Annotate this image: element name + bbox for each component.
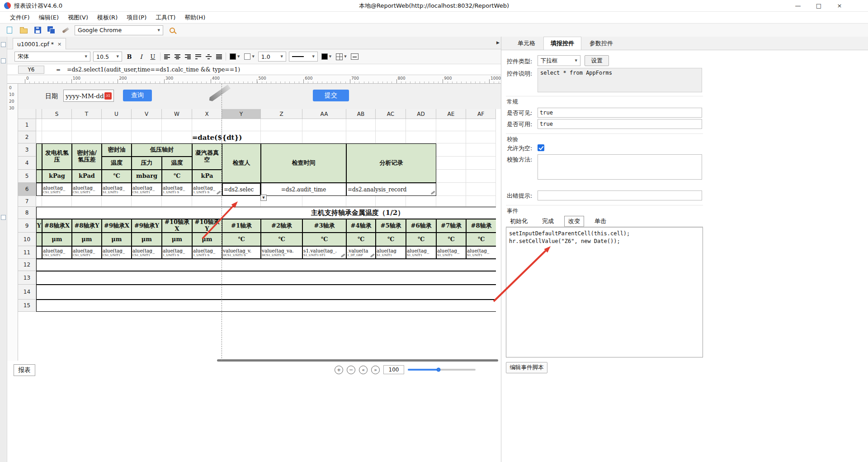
grid-cell-Y6[interactable]: =ds2.selec [222,183,261,196]
grid-cell[interactable] [222,119,261,131]
event-tab[interactable]: 完成 [538,216,558,227]
align-center-button[interactable] [174,54,181,60]
grid-cell-SL6[interactable] [36,183,42,196]
grid-cell-W4[interactable]: 温度 [162,157,192,170]
grid-cell-X10[interactable]: μm [192,233,222,246]
grid-cell[interactable] [102,196,132,207]
grid-cell[interactable] [72,196,102,207]
row-header[interactable]: 1 [18,119,36,131]
grid-cell[interactable] [436,183,466,196]
font-color-picker[interactable]: ▼ [229,52,241,61]
grid-cell-AF9[interactable]: #8轴承 [466,219,496,233]
row-header[interactable]: 6 [18,183,36,196]
grid-cell-U6[interactable]: alue(tag_S1_UNIT1· [102,183,132,196]
grid-cell-V5[interactable]: mbarg [132,170,162,183]
grid-cell-W5[interactable]: ℃ [162,170,192,183]
maximize-button[interactable]: □ [808,0,829,11]
row-header[interactable]: 13 [18,271,36,285]
grid-cell-V3[interactable]: 低压轴封 [132,143,192,157]
border-color-picker[interactable]: ▼ [321,52,332,61]
align-justify-button[interactable] [215,54,223,60]
grid-cell[interactable] [466,143,496,157]
cell-name-box[interactable]: Y6 [18,66,44,74]
grid-cell[interactable] [406,131,436,143]
nav-first-button[interactable]: « [359,366,368,374]
submit-button[interactable]: 提交 [313,90,349,101]
grid-cell[interactable] [436,170,466,183]
grid-cell-AC9[interactable]: #5轴承 [376,219,406,233]
grid-cell-AB9[interactable]: #4轴承 [346,219,376,233]
row-header[interactable]: 14 [18,285,36,300]
grid-cell-SL11[interactable] [36,246,42,259]
grid-cell-V2[interactable]: =date(${dt}) [132,131,302,143]
row-header[interactable]: 15 [18,300,36,312]
cell-dropdown-button[interactable]: ▼ [260,195,267,201]
close-button[interactable]: × [829,0,850,11]
grid-cell[interactable] [466,119,496,131]
grid-cell[interactable] [261,119,302,131]
grid-cell[interactable] [406,119,436,131]
grid-cell-SL3[interactable] [36,143,42,170]
grid-cell-T9[interactable]: #8轴承Y [72,219,102,233]
column-header[interactable]: AD [406,109,436,119]
grid-cell-Z6[interactable]: =ds2.audit_time [261,183,346,196]
column-header[interactable]: AC [376,109,406,119]
grid-cell-U11[interactable]: alue(tag_CS1_UNIT1 [102,246,132,259]
settings-button[interactable]: 设置 [585,55,609,66]
menu-item[interactable]: 文件(F) [5,12,34,23]
grid-cell-Y10[interactable]: ℃ [222,233,261,246]
grid-cell-AE9[interactable]: #7轴承 [436,219,466,233]
grid-cell[interactable] [436,196,466,207]
menu-item[interactable]: 模板(R) [93,12,122,23]
grid-cell[interactable] [302,131,346,143]
grid-cell-SL8[interactable]: 主机支持轴承金属温度（1/2） [36,207,496,219]
align-right-button[interactable] [184,54,192,60]
nav-last-button[interactable]: » [371,366,380,374]
zoom-slider-handle[interactable] [436,368,440,372]
column-header[interactable]: Y [222,109,261,119]
grid-cell[interactable] [36,131,42,143]
grid-cell-T11[interactable]: alue(tag_CS1_UNIT1 [72,246,102,259]
grid-cell[interactable] [436,143,466,157]
enabled-input[interactable] [538,119,702,129]
new-file-button[interactable] [5,25,14,35]
zoom-in-button[interactable]: + [335,366,343,374]
grid-cell[interactable] [132,196,162,207]
bold-button[interactable]: B [125,52,134,61]
grid-cell-SL15[interactable] [36,300,496,312]
grid-cell-AD9[interactable]: #6轴承 [406,219,436,233]
grid-cell-S9[interactable]: #8轴承X [42,219,72,233]
grid-cell-W10[interactable]: μm [162,233,192,246]
grid-cell-AE10[interactable]: ℃ [436,233,466,246]
column-header[interactable]: W [162,109,192,119]
grid-cell[interactable] [132,119,162,131]
grid-cell-AA9[interactable]: #3轴承 [302,219,346,233]
grid-cell-SL12[interactable] [36,259,496,271]
grid-cell-AD10[interactable]: ℃ [406,233,436,246]
grid-cell-Z10[interactable]: ℃ [261,233,302,246]
menu-item[interactable]: 帮助(H) [180,12,210,23]
grid-cell[interactable] [192,196,222,207]
grid-cell-AC11[interactable]: alue(tagS1_UNIT1 [376,246,406,259]
event-code-box[interactable]: setInputDefaultParentCell(this.cell); hr… [506,227,703,357]
fill-color-picker[interactable]: ▼ [243,52,255,61]
query-button[interactable]: 查询 [123,90,152,101]
grid-cell-U5[interactable]: ℃ [102,170,132,183]
tab-close-icon[interactable]: × [57,41,61,47]
grid-cell-Z9[interactable]: #2轴承 [261,219,302,233]
font-family-select[interactable]: 宋体 ▼ [14,52,90,62]
grid-cell-W9[interactable]: #10轴承 X [162,219,192,233]
column-header[interactable]: U [102,109,132,119]
grid-cell[interactable] [162,119,192,131]
align-middle-button[interactable] [205,54,212,60]
grid-cell-U4[interactable]: 温度 [102,157,132,170]
column-header[interactable]: AF [466,109,496,119]
event-tab[interactable]: 改变 [564,216,584,227]
grid-cell[interactable] [261,196,302,207]
grid-cell-AB6[interactable]: =ds2.analysis_record [346,183,436,196]
grid-cell[interactable] [406,196,436,207]
event-tab[interactable]: 初始化 [506,216,532,227]
grid-cell[interactable] [346,131,376,143]
grid-cell-AF10[interactable]: ℃ [466,233,496,246]
save-button[interactable] [33,25,42,35]
